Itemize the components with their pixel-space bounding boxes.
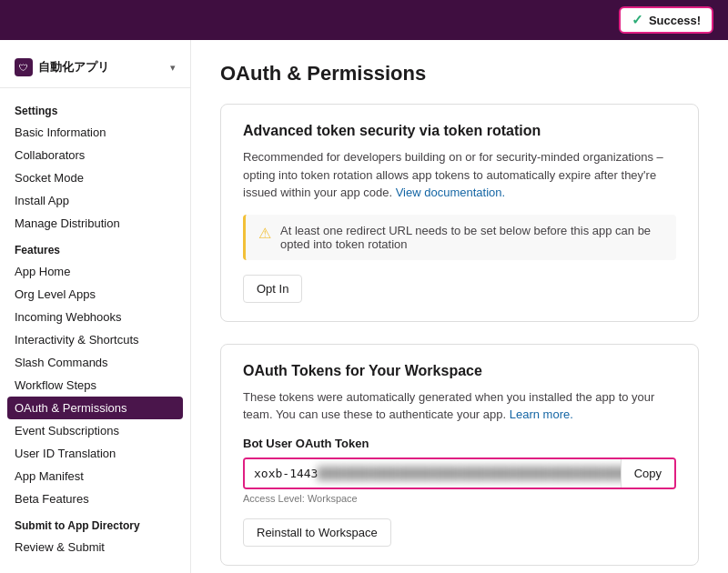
dropdown-arrow-icon: ▾ <box>170 62 176 74</box>
top-bar: ✓ Success! <box>0 0 728 40</box>
sidebar-item-beta-features[interactable]: Beta Features <box>0 488 190 510</box>
learn-more-link[interactable]: Learn more. <box>510 407 573 421</box>
success-badge: ✓ Success! <box>619 6 713 34</box>
warning-icon: ⚠ <box>258 225 271 242</box>
sidebar-item-manage-distribution[interactable]: Manage Distribution <box>0 212 190 235</box>
warning-text: At least one redirect URL needs to be se… <box>280 224 663 251</box>
main-content: OAuth & Permissions Advanced token secur… <box>191 40 728 573</box>
copy-token-button[interactable]: Copy <box>621 459 674 488</box>
sidebar-item-app-manifest[interactable]: App Manifest <box>0 465 190 488</box>
sidebar-item-review-submit[interactable]: Review & Submit <box>0 536 190 558</box>
bot-token-label: Bot User OAuth Token <box>243 437 676 450</box>
sidebar-item-event-subscriptions[interactable]: Event Subscriptions <box>0 419 190 442</box>
opt-in-button[interactable]: Opt In <box>243 275 302 303</box>
sidebar-item-socket-mode[interactable]: Socket Mode <box>0 166 190 189</box>
check-icon: ✓ <box>632 12 643 28</box>
page-title: OAuth & Permissions <box>220 62 699 85</box>
app-icon: 🛡 <box>15 58 33 76</box>
warning-box: ⚠ At least one redirect URL needs to be … <box>243 215 676 260</box>
token-rotation-desc: Recommended for developers building on o… <box>243 148 676 202</box>
oauth-tokens-desc: These tokens were automatically generate… <box>243 388 676 424</box>
sidebar-item-incoming-webhooks[interactable]: Incoming Webhooks <box>0 306 190 328</box>
access-level-text: Access Level: Workspace <box>243 493 676 504</box>
app-selector[interactable]: 🛡 自動化アプリ ▾ <box>0 51 190 88</box>
settings-section-label: Settings <box>0 96 190 121</box>
oauth-tokens-title: OAuth Tokens for Your Workspace <box>243 363 676 379</box>
sidebar-item-install-app[interactable]: Install App <box>0 189 190 212</box>
sidebar-item-collaborators[interactable]: Collaborators <box>0 144 190 166</box>
sidebar: 🛡 自動化アプリ ▾ Settings Basic Information Co… <box>0 40 191 573</box>
directory-section-label: Submit to App Directory <box>0 510 190 536</box>
sidebar-item-workflow-steps[interactable]: Workflow Steps <box>0 374 190 397</box>
sidebar-item-oauth-permissions[interactable]: OAuth & Permissions <box>7 397 183 419</box>
features-section-label: Features <box>0 235 190 260</box>
sidebar-item-org-level-apps[interactable]: Org Level Apps <box>0 283 190 306</box>
token-input-row: xoxb-1443███████████████████████████████… <box>243 457 676 489</box>
app-name: 自動化アプリ <box>38 59 165 75</box>
view-docs-link[interactable]: View documentation. <box>396 186 505 199</box>
token-rotation-title: Advanced token security via token rotati… <box>243 123 676 139</box>
oauth-tokens-card: OAuth Tokens for Your Workspace These to… <box>220 344 699 566</box>
token-value: xoxb-1443███████████████████████████████… <box>245 459 621 488</box>
sidebar-item-basic-information[interactable]: Basic Information <box>0 121 190 144</box>
sidebar-item-app-home[interactable]: App Home <box>0 260 190 283</box>
token-prefix: xoxb-1443 <box>254 467 318 480</box>
token-blurred: ████████████████████████████████████████… <box>318 467 620 480</box>
sidebar-item-slash-commands[interactable]: Slash Commands <box>0 351 190 374</box>
success-text: Success! <box>649 14 701 27</box>
layout: 🛡 自動化アプリ ▾ Settings Basic Information Co… <box>0 40 728 573</box>
sidebar-item-interactivity-shortcuts[interactable]: Interactivity & Shortcuts <box>0 328 190 351</box>
token-rotation-card: Advanced token security via token rotati… <box>220 104 699 322</box>
app-icon-emoji: 🛡 <box>19 63 28 73</box>
sidebar-item-user-id-translation[interactable]: User ID Translation <box>0 442 190 465</box>
reinstall-button[interactable]: Reinstall to Workspace <box>243 518 391 547</box>
